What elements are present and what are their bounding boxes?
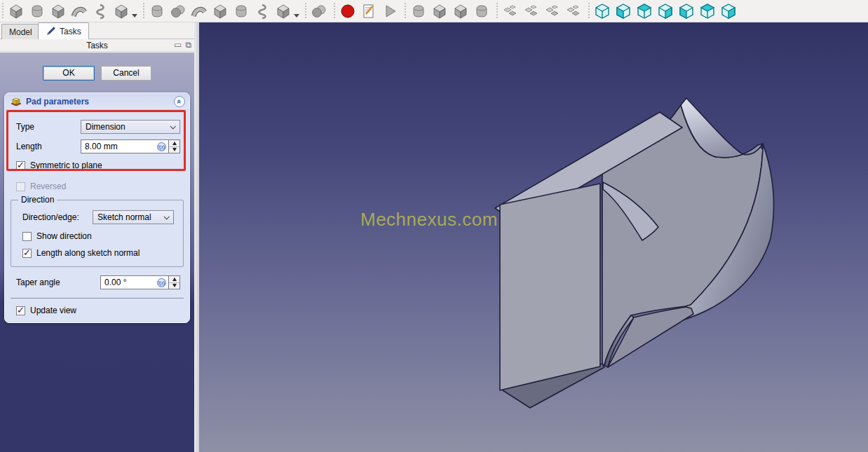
hole-icon[interactable] [168,1,189,21]
subtractive-loft-icon[interactable] [231,1,252,21]
pad-icon[interactable] [6,1,27,21]
macro-record-icon[interactable] [337,1,358,21]
type-dropdown[interactable]: Dimension [81,120,180,134]
mirrored-icon[interactable] [500,1,521,21]
fillet-icon[interactable] [408,1,429,21]
task-box-title: Pad parameters [26,97,170,107]
pad-front-face [500,184,600,390]
additive-helix-icon[interactable] [90,1,111,21]
thickness-icon[interactable] [471,1,492,21]
view-right-icon[interactable] [655,1,676,21]
dock-splitter[interactable] [194,22,199,452]
expression-icon[interactable]: f(x) [157,142,166,151]
main-toolbar [0,0,868,22]
polar-pattern-icon[interactable] [542,1,563,21]
dropdown-arrow-icon[interactable] [132,14,137,18]
type-label: Type [16,122,81,132]
additive-pipe-icon[interactable] [69,1,90,21]
macro-edit-icon[interactable] [358,1,379,21]
pocket-icon[interactable] [147,1,168,21]
taper-angle-value: 0.00 ° [104,278,157,287]
taper-angle-label: Taper angle [16,278,100,287]
toolbar-group-boolean [303,0,332,22]
update-view-checkbox[interactable] [16,306,25,315]
symmetric-label: Symmetric to plane [30,160,102,170]
subtractive-helix-icon[interactable] [252,1,273,21]
reversed-checkbox [16,182,25,191]
tab-tasks[interactable]: Tasks [38,22,89,39]
left-dock: Model Tasks Tasks ▭ ⧉ OK Cancel [0,22,194,452]
type-value: Dimension [86,122,126,132]
pad-icon [11,96,22,107]
show-direction-label: Show direction [36,231,92,241]
toolbar-group-additive [0,0,141,22]
subtractive-primitive-icon[interactable] [273,1,294,21]
length-value: 8.00 mm [85,142,157,151]
additive-loft-icon[interactable] [48,1,69,21]
toolbar-handle[interactable] [1,3,4,20]
dock-float-icon[interactable]: ▭ [174,40,182,50]
dock-undock-icon[interactable]: ⧉ [185,40,191,50]
dock-tabbar: Model Tasks [0,22,194,39]
symmetric-checkbox-row[interactable]: Symmetric to plane [5,160,189,170]
toolbar-group-macro [332,0,402,22]
toolbar-handle[interactable] [495,3,499,20]
view-rear-icon[interactable] [676,1,697,21]
draft-icon[interactable] [450,1,471,21]
direction-group: Direction Direction/edge: Sketch normal … [11,200,184,267]
cancel-button[interactable]: Cancel [101,66,151,81]
collapse-button[interactable]: « [174,96,185,107]
toolbar-handle[interactable] [142,3,145,20]
length-label: Length [16,142,81,151]
chevron-down-icon [163,214,169,219]
view-front-icon[interactable] [613,1,634,21]
groove-icon[interactable] [189,1,210,21]
toolbar-handle[interactable] [304,3,307,20]
show-direction-row[interactable]: Show direction [11,231,183,241]
3d-viewport[interactable]: Mechnexus.com [199,22,868,452]
symmetric-checkbox[interactable] [16,161,25,170]
multitransform-icon[interactable] [563,1,584,21]
toolbar-handle[interactable] [587,3,590,20]
pad-parameters-header[interactable]: Pad parameters « [5,93,189,110]
revolution-icon[interactable] [27,1,48,21]
reversed-label: Reversed [30,182,66,191]
length-along-checkbox[interactable] [22,249,32,258]
chamfer-icon[interactable] [429,1,450,21]
taper-angle-input[interactable]: 0.00 ° f(x) [100,275,169,289]
length-input[interactable]: 8.00 mm f(x) [81,139,169,153]
tab-model[interactable]: Model [1,24,40,39]
additive-primitive-icon[interactable] [111,1,132,21]
taper-spinner[interactable] [169,275,180,289]
spin-down-icon[interactable] [169,282,179,289]
expression-icon[interactable]: f(x) [157,278,166,287]
update-view-label: Update view [30,306,76,315]
show-direction-checkbox[interactable] [22,232,32,241]
direction-edge-dropdown[interactable]: Sketch normal [93,210,174,224]
ok-button[interactable]: OK [43,66,95,81]
update-view-row[interactable]: Update view [5,306,189,315]
dropdown-arrow-icon[interactable] [294,14,299,18]
toolbar-handle[interactable] [332,3,336,20]
subtractive-pipe-icon[interactable] [210,1,231,21]
toolbar-group-pattern [494,0,586,22]
length-spinner[interactable] [169,139,180,153]
pad-3d-model[interactable] [199,22,868,452]
view-left-icon[interactable] [718,1,739,21]
boolean-operation-icon[interactable] [308,1,330,21]
macro-execute-icon[interactable] [379,1,400,21]
spin-down-icon[interactable] [169,146,179,153]
toolbar-handle[interactable] [403,3,407,20]
length-along-row[interactable]: Length along sketch normal [11,248,183,258]
spin-up-icon[interactable] [169,276,179,282]
toolbar-group-subtractive [141,0,303,22]
view-axonometric-icon[interactable] [592,1,613,21]
toolbar-group-dressup [402,0,494,22]
view-bottom-icon[interactable] [697,1,718,21]
direction-legend: Direction [18,195,57,205]
linear-pattern-icon[interactable] [521,1,542,21]
view-top-icon[interactable] [634,1,655,21]
spin-up-icon[interactable] [169,140,179,146]
separator [11,298,184,299]
reversed-checkbox-row: Reversed [5,182,189,191]
